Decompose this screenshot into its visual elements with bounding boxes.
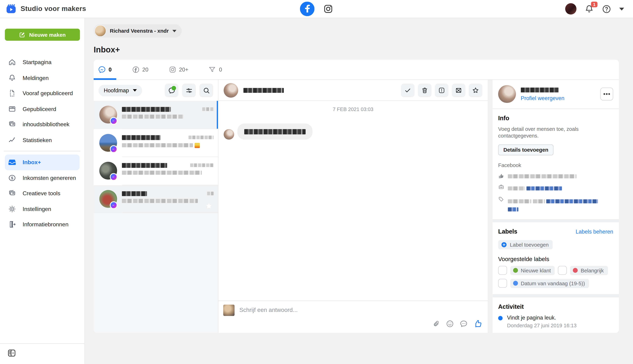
app-root: Studio voor makers 1 (0, 0, 633, 364)
folder-dropdown[interactable]: Hoofdmap (99, 84, 142, 96)
report-spam-button[interactable] (435, 83, 449, 97)
message-thread: 7 FEB 2021 03:03 (219, 101, 488, 300)
plus-circle-icon (501, 242, 507, 248)
user-avatar[interactable] (565, 3, 576, 14)
redacted-info-link (508, 207, 518, 211)
composer-avatar (223, 305, 235, 316)
add-label-button[interactable]: Label toevoegen (498, 240, 553, 249)
redacted-conversation-title (243, 88, 284, 92)
conversation-row-2[interactable] (94, 129, 218, 157)
content-library-icon (8, 120, 16, 128)
creative-tools-icon (8, 190, 16, 198)
monetization-icon: $ (8, 174, 16, 182)
availability-toggle-button[interactable] (165, 84, 179, 97)
star-conversation-button[interactable] (469, 83, 482, 97)
suggested-label-checkbox[interactable] (498, 266, 507, 275)
redacted-timestamp (190, 164, 214, 167)
sidebar-item-vooraf-gepubliceerd[interactable]: Vooraf gepubliceerd (5, 86, 80, 101)
inbox-columns: Hoofdmap (94, 80, 619, 333)
redacted-message-preview (122, 114, 183, 119)
mark-done-button[interactable] (401, 83, 415, 97)
list-settings-button[interactable] (182, 84, 196, 97)
account-selector[interactable]: Richard Veenstra - xndr (94, 24, 182, 38)
sidebar-item-creatieve-tools[interactable]: Creatieve tools (5, 186, 80, 201)
main-content: Richard Veenstra - xndr Inbox+ 0 20 20+ (85, 18, 633, 364)
mark-unread-button[interactable] (452, 83, 466, 97)
redacted-timestamp (189, 136, 214, 139)
app-logo[interactable]: Studio voor makers (0, 3, 86, 14)
label-color-dot (573, 268, 578, 273)
suggested-label-nieuwe-klant[interactable]: Nieuwe klant (510, 266, 555, 275)
redacted-message-preview (122, 171, 202, 175)
work-row (498, 184, 613, 191)
redacted-timestamp (207, 192, 214, 195)
sidebar-item-startpagina[interactable]: Startpagina (5, 54, 80, 70)
suggested-label-datum[interactable]: Datum van vandaag (19-5)) (510, 278, 589, 288)
info-section: Info Voeg detail over mensen toe, zoals … (493, 109, 619, 219)
conversation-row-1[interactable] (94, 101, 218, 129)
more-options-button[interactable] (600, 88, 613, 100)
notification-badge: 1 (591, 2, 597, 7)
view-profile-link[interactable]: Profiel weergeven (521, 95, 564, 101)
messenger-icon (98, 66, 106, 74)
tab-messenger[interactable]: 0 (94, 60, 116, 80)
conversation-row-3[interactable] (94, 157, 218, 185)
svg-text:$: $ (11, 176, 13, 180)
tab-instagram[interactable]: 20+ (164, 60, 193, 80)
likes-page-row (498, 173, 613, 179)
redacted-emoji (195, 143, 200, 148)
info-title: Info (498, 114, 613, 122)
redacted-info-link (546, 199, 598, 203)
emoji-icon[interactable] (446, 320, 454, 328)
messenger-badge-icon (110, 117, 118, 125)
post-card-icon (8, 105, 16, 113)
channel-tabs: 0 20 20+ 0 (94, 60, 619, 80)
follow-up-star-icon[interactable] (205, 202, 213, 210)
sidebar-item-instellingen[interactable]: Instellingen (5, 201, 80, 216)
sidebar-item-meldingen[interactable]: Meldingen (5, 70, 80, 86)
sidebar: Nieuwe maken Startpagina Meldingen Voora… (0, 18, 85, 364)
messenger-badge-icon (110, 145, 118, 153)
account-avatar (95, 25, 106, 37)
delete-button[interactable] (418, 83, 432, 97)
like-thumb-icon[interactable] (473, 319, 482, 328)
sidebar-item-inbox[interactable]: Inbox+ (5, 154, 80, 170)
suggested-label-checkbox[interactable] (558, 266, 567, 275)
resources-door-icon (8, 220, 16, 228)
collapse-sidebar-button[interactable] (7, 349, 16, 358)
notifications-button[interactable]: 1 (585, 4, 594, 14)
facebook-circle-icon (132, 66, 139, 74)
inbox-icon (8, 158, 16, 166)
tab-facebook[interactable]: 20 (127, 60, 153, 80)
suggested-labels-title: Voorgestelde labels (498, 256, 613, 262)
panel-gutter (488, 80, 492, 333)
manage-labels-link[interactable]: Labels beheren (575, 228, 613, 234)
suggested-label-belangrijk[interactable]: Belangrijk (570, 266, 608, 275)
saved-replies-icon[interactable] (459, 320, 468, 328)
instagram-tab-icon[interactable] (323, 4, 333, 14)
thumb-icon (498, 173, 504, 179)
reply-input[interactable] (239, 305, 401, 315)
sidebar-item-informatiebronnen[interactable]: Informatiebronnen (5, 216, 80, 232)
conversation-avatar (224, 83, 238, 98)
sidebar-item-gepubliceerd[interactable]: Gepubliceerd (5, 101, 80, 117)
tab-filtered[interactable]: 0 (204, 60, 226, 80)
add-details-button[interactable]: Details toevoegen (498, 144, 554, 155)
search-button[interactable] (199, 84, 213, 97)
create-new-button[interactable]: Nieuwe maken (5, 28, 80, 41)
account-caret-icon (172, 30, 176, 32)
messenger-badge-icon (110, 201, 118, 209)
section-divider (493, 219, 619, 222)
message-avatar (224, 129, 234, 140)
sidebar-item-inkomsten[interactable]: $ Inkomsten genereren (5, 170, 80, 186)
help-button[interactable] (602, 4, 611, 14)
account-menu-caret[interactable] (619, 8, 624, 10)
sidebar-item-inhoudsbibliotheek[interactable]: inhoudsbibliotheek (5, 117, 80, 132)
suggested-label-checkbox[interactable] (498, 279, 507, 288)
facebook-tab-icon[interactable] (300, 2, 314, 16)
sidebar-item-statistieken[interactable]: Statistieken (5, 132, 80, 148)
home-icon (8, 58, 16, 66)
attach-file-icon[interactable] (432, 320, 440, 328)
conversation-row-4[interactable] (94, 185, 218, 213)
redacted-info-text (508, 174, 576, 178)
